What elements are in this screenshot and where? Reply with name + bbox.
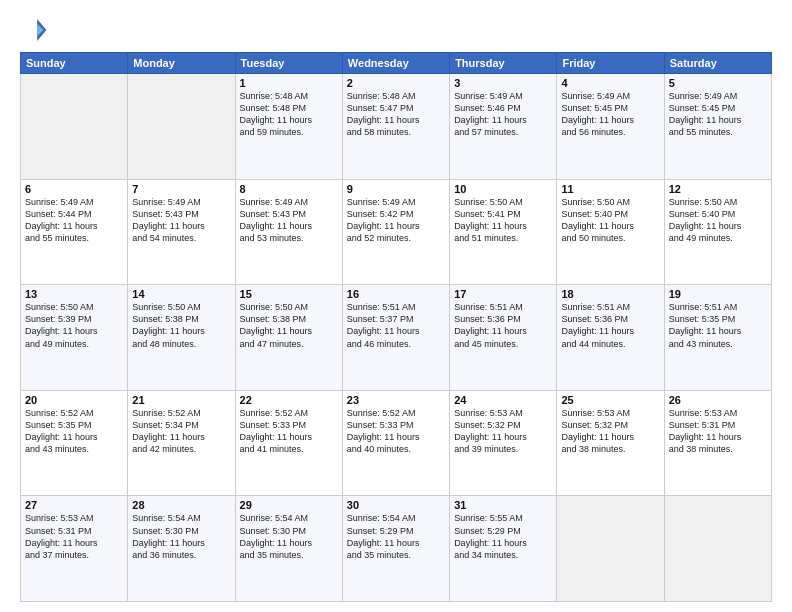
calendar-cell: 15Sunrise: 5:50 AMSunset: 5:38 PMDayligh… xyxy=(235,285,342,391)
calendar-cell: 24Sunrise: 5:53 AMSunset: 5:32 PMDayligh… xyxy=(450,390,557,496)
calendar-cell: 3Sunrise: 5:49 AMSunset: 5:46 PMDaylight… xyxy=(450,74,557,180)
day-number: 11 xyxy=(561,183,659,195)
calendar-cell: 9Sunrise: 5:49 AMSunset: 5:42 PMDaylight… xyxy=(342,179,449,285)
calendar-cell: 22Sunrise: 5:52 AMSunset: 5:33 PMDayligh… xyxy=(235,390,342,496)
calendar-cell: 11Sunrise: 5:50 AMSunset: 5:40 PMDayligh… xyxy=(557,179,664,285)
calendar-header-saturday: Saturday xyxy=(664,53,771,74)
calendar-cell: 25Sunrise: 5:53 AMSunset: 5:32 PMDayligh… xyxy=(557,390,664,496)
calendar-cell xyxy=(21,74,128,180)
logo xyxy=(20,16,52,44)
day-content: Sunrise: 5:49 AMSunset: 5:45 PMDaylight:… xyxy=(669,90,767,139)
day-number: 25 xyxy=(561,394,659,406)
day-number: 27 xyxy=(25,499,123,511)
calendar-cell: 2Sunrise: 5:48 AMSunset: 5:47 PMDaylight… xyxy=(342,74,449,180)
day-content: Sunrise: 5:55 AMSunset: 5:29 PMDaylight:… xyxy=(454,512,552,561)
calendar-cell: 8Sunrise: 5:49 AMSunset: 5:43 PMDaylight… xyxy=(235,179,342,285)
day-content: Sunrise: 5:50 AMSunset: 5:40 PMDaylight:… xyxy=(561,196,659,245)
day-content: Sunrise: 5:52 AMSunset: 5:34 PMDaylight:… xyxy=(132,407,230,456)
day-number: 5 xyxy=(669,77,767,89)
day-number: 18 xyxy=(561,288,659,300)
calendar-cell: 21Sunrise: 5:52 AMSunset: 5:34 PMDayligh… xyxy=(128,390,235,496)
day-number: 23 xyxy=(347,394,445,406)
calendar-cell xyxy=(557,496,664,602)
calendar-cell: 28Sunrise: 5:54 AMSunset: 5:30 PMDayligh… xyxy=(128,496,235,602)
page: SundayMondayTuesdayWednesdayThursdayFrid… xyxy=(0,0,792,612)
day-content: Sunrise: 5:51 AMSunset: 5:36 PMDaylight:… xyxy=(561,301,659,350)
day-content: Sunrise: 5:53 AMSunset: 5:32 PMDaylight:… xyxy=(561,407,659,456)
day-content: Sunrise: 5:54 AMSunset: 5:29 PMDaylight:… xyxy=(347,512,445,561)
day-content: Sunrise: 5:50 AMSunset: 5:38 PMDaylight:… xyxy=(240,301,338,350)
logo-icon xyxy=(20,16,48,44)
day-number: 21 xyxy=(132,394,230,406)
calendar-cell: 19Sunrise: 5:51 AMSunset: 5:35 PMDayligh… xyxy=(664,285,771,391)
calendar-header-thursday: Thursday xyxy=(450,53,557,74)
day-content: Sunrise: 5:53 AMSunset: 5:31 PMDaylight:… xyxy=(669,407,767,456)
day-content: Sunrise: 5:53 AMSunset: 5:32 PMDaylight:… xyxy=(454,407,552,456)
calendar-cell: 4Sunrise: 5:49 AMSunset: 5:45 PMDaylight… xyxy=(557,74,664,180)
header xyxy=(20,16,772,44)
day-content: Sunrise: 5:51 AMSunset: 5:37 PMDaylight:… xyxy=(347,301,445,350)
day-content: Sunrise: 5:49 AMSunset: 5:42 PMDaylight:… xyxy=(347,196,445,245)
calendar-cell: 6Sunrise: 5:49 AMSunset: 5:44 PMDaylight… xyxy=(21,179,128,285)
day-number: 13 xyxy=(25,288,123,300)
day-number: 30 xyxy=(347,499,445,511)
day-number: 19 xyxy=(669,288,767,300)
day-number: 29 xyxy=(240,499,338,511)
day-number: 3 xyxy=(454,77,552,89)
calendar-cell: 10Sunrise: 5:50 AMSunset: 5:41 PMDayligh… xyxy=(450,179,557,285)
day-number: 8 xyxy=(240,183,338,195)
calendar-week-3: 13Sunrise: 5:50 AMSunset: 5:39 PMDayligh… xyxy=(21,285,772,391)
calendar-week-2: 6Sunrise: 5:49 AMSunset: 5:44 PMDaylight… xyxy=(21,179,772,285)
day-content: Sunrise: 5:54 AMSunset: 5:30 PMDaylight:… xyxy=(240,512,338,561)
day-content: Sunrise: 5:51 AMSunset: 5:35 PMDaylight:… xyxy=(669,301,767,350)
calendar-cell: 29Sunrise: 5:54 AMSunset: 5:30 PMDayligh… xyxy=(235,496,342,602)
day-number: 14 xyxy=(132,288,230,300)
calendar-cell: 16Sunrise: 5:51 AMSunset: 5:37 PMDayligh… xyxy=(342,285,449,391)
calendar-cell: 31Sunrise: 5:55 AMSunset: 5:29 PMDayligh… xyxy=(450,496,557,602)
day-number: 4 xyxy=(561,77,659,89)
calendar-week-5: 27Sunrise: 5:53 AMSunset: 5:31 PMDayligh… xyxy=(21,496,772,602)
day-content: Sunrise: 5:49 AMSunset: 5:46 PMDaylight:… xyxy=(454,90,552,139)
calendar-cell: 17Sunrise: 5:51 AMSunset: 5:36 PMDayligh… xyxy=(450,285,557,391)
calendar-week-1: 1Sunrise: 5:48 AMSunset: 5:48 PMDaylight… xyxy=(21,74,772,180)
calendar-header-friday: Friday xyxy=(557,53,664,74)
calendar-cell: 23Sunrise: 5:52 AMSunset: 5:33 PMDayligh… xyxy=(342,390,449,496)
day-number: 24 xyxy=(454,394,552,406)
day-content: Sunrise: 5:49 AMSunset: 5:45 PMDaylight:… xyxy=(561,90,659,139)
day-number: 15 xyxy=(240,288,338,300)
day-content: Sunrise: 5:53 AMSunset: 5:31 PMDaylight:… xyxy=(25,512,123,561)
day-content: Sunrise: 5:51 AMSunset: 5:36 PMDaylight:… xyxy=(454,301,552,350)
day-content: Sunrise: 5:52 AMSunset: 5:35 PMDaylight:… xyxy=(25,407,123,456)
calendar-cell: 5Sunrise: 5:49 AMSunset: 5:45 PMDaylight… xyxy=(664,74,771,180)
calendar-cell: 20Sunrise: 5:52 AMSunset: 5:35 PMDayligh… xyxy=(21,390,128,496)
calendar-cell xyxy=(128,74,235,180)
calendar-cell xyxy=(664,496,771,602)
day-content: Sunrise: 5:49 AMSunset: 5:44 PMDaylight:… xyxy=(25,196,123,245)
day-number: 12 xyxy=(669,183,767,195)
calendar-header-sunday: Sunday xyxy=(21,53,128,74)
calendar-cell: 12Sunrise: 5:50 AMSunset: 5:40 PMDayligh… xyxy=(664,179,771,285)
day-number: 2 xyxy=(347,77,445,89)
day-number: 22 xyxy=(240,394,338,406)
day-content: Sunrise: 5:52 AMSunset: 5:33 PMDaylight:… xyxy=(347,407,445,456)
day-number: 31 xyxy=(454,499,552,511)
day-content: Sunrise: 5:50 AMSunset: 5:41 PMDaylight:… xyxy=(454,196,552,245)
day-content: Sunrise: 5:50 AMSunset: 5:39 PMDaylight:… xyxy=(25,301,123,350)
day-number: 16 xyxy=(347,288,445,300)
day-content: Sunrise: 5:49 AMSunset: 5:43 PMDaylight:… xyxy=(132,196,230,245)
calendar-week-4: 20Sunrise: 5:52 AMSunset: 5:35 PMDayligh… xyxy=(21,390,772,496)
calendar-header-wednesday: Wednesday xyxy=(342,53,449,74)
day-number: 28 xyxy=(132,499,230,511)
day-number: 7 xyxy=(132,183,230,195)
calendar-cell: 13Sunrise: 5:50 AMSunset: 5:39 PMDayligh… xyxy=(21,285,128,391)
day-content: Sunrise: 5:54 AMSunset: 5:30 PMDaylight:… xyxy=(132,512,230,561)
calendar-header-row: SundayMondayTuesdayWednesdayThursdayFrid… xyxy=(21,53,772,74)
day-number: 26 xyxy=(669,394,767,406)
day-content: Sunrise: 5:50 AMSunset: 5:38 PMDaylight:… xyxy=(132,301,230,350)
day-content: Sunrise: 5:52 AMSunset: 5:33 PMDaylight:… xyxy=(240,407,338,456)
day-number: 9 xyxy=(347,183,445,195)
calendar-cell: 30Sunrise: 5:54 AMSunset: 5:29 PMDayligh… xyxy=(342,496,449,602)
day-number: 10 xyxy=(454,183,552,195)
calendar-cell: 7Sunrise: 5:49 AMSunset: 5:43 PMDaylight… xyxy=(128,179,235,285)
calendar-header-tuesday: Tuesday xyxy=(235,53,342,74)
